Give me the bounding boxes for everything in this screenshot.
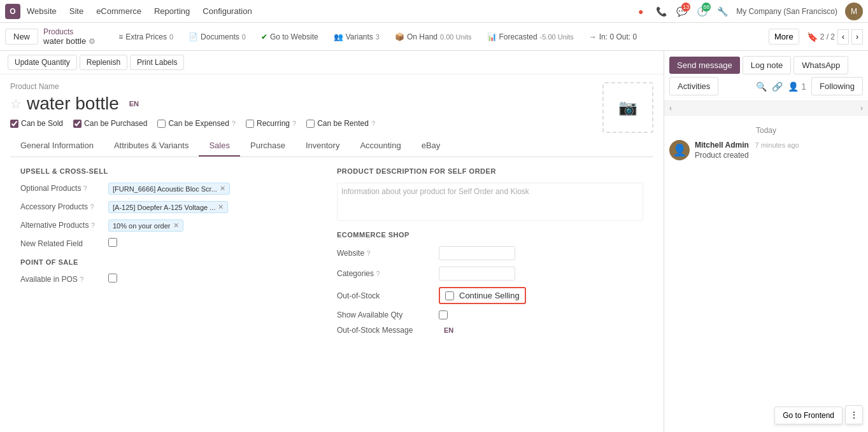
product-title-area: Product Name ☆ water bottle EN Can be So…	[10, 82, 602, 136]
on-hand-icon: 📦	[395, 32, 404, 41]
go-to-website-button[interactable]: ✔ Go to Website	[256, 30, 324, 44]
app-logo[interactable]: O	[5, 4, 20, 19]
website-input[interactable]	[439, 246, 515, 260]
documents-button[interactable]: 📄 Documents 0	[183, 30, 251, 44]
tab-general-information[interactable]: General Information	[10, 136, 104, 157]
in-out-button[interactable]: → In: 0 Out: 0	[584, 30, 642, 44]
alternative-products-value[interactable]: 10% on your order ✕	[108, 219, 327, 232]
variants-button[interactable]: 👥 Variants 3	[329, 30, 385, 44]
website-help-icon[interactable]: ?	[366, 249, 370, 257]
whatsapp-button[interactable]: WhatsApp	[793, 56, 848, 74]
chatter-header: Send message Log note WhatsApp Activitie…	[664, 51, 868, 101]
categories-input[interactable]	[439, 267, 515, 281]
tab-sales[interactable]: Sales	[199, 136, 240, 157]
tab-inventory[interactable]: Inventory	[295, 136, 350, 157]
extra-prices-icon: ≡	[118, 32, 123, 41]
new-related-field-checkbox[interactable]	[108, 238, 117, 247]
expensed-help-icon[interactable]: ?	[232, 120, 236, 127]
forecasted-button[interactable]: 📊 Forecasted -5.00 Units	[482, 30, 579, 44]
can-be-expensed-checkbox[interactable]: Can be Expensed ?	[157, 119, 236, 128]
continue-selling-checkbox[interactable]	[445, 291, 454, 300]
send-message-button[interactable]: Send message	[669, 57, 740, 74]
link-chatter-icon[interactable]: 🔗	[772, 81, 783, 92]
product-checkboxes: Can be Sold Can be Purchased Can be Expe…	[10, 119, 602, 128]
tab-purchase[interactable]: Purchase	[240, 136, 295, 157]
settings-gear-icon[interactable]: ⚙	[89, 37, 96, 46]
nav-reporting[interactable]: Reporting	[153, 4, 191, 18]
bookmark-icon[interactable]: 🔖	[807, 32, 818, 42]
accessory-products-value[interactable]: [A-125] Doepfer A-125 Voltage ... ✕	[108, 201, 327, 213]
recurring-checkbox[interactable]: Recurring ?	[246, 119, 296, 128]
log-note-button[interactable]: Log note	[743, 56, 792, 74]
on-hand-button[interactable]: 📦 On Hand 0.00 Units	[390, 30, 477, 44]
language-badge[interactable]: EN	[129, 100, 139, 108]
can-be-purchased-checkbox[interactable]: Can be Purchased	[73, 119, 147, 128]
new-button[interactable]: New	[5, 29, 38, 45]
more-button[interactable]: More	[769, 29, 799, 45]
available-pos-help-icon[interactable]: ?	[80, 275, 83, 283]
documents-icon: 📄	[189, 32, 198, 41]
replenish-button[interactable]: Replenish	[80, 55, 127, 70]
out-of-stock-message-lang[interactable]: EN	[444, 326, 453, 334]
nav-ecommerce[interactable]: eCommerce	[95, 4, 143, 18]
rented-help-icon[interactable]: ?	[371, 120, 375, 127]
alternative-products-remove-icon[interactable]: ✕	[173, 221, 179, 230]
nav-site[interactable]: Site	[68, 4, 85, 18]
user-chatter-icon[interactable]: 👤 1	[788, 81, 806, 92]
on-hand-count: 0.00 Units	[440, 33, 472, 41]
go-to-frontend-button[interactable]: Go to Frontend	[774, 407, 843, 424]
show-available-qty-checkbox[interactable]	[439, 310, 448, 319]
alternative-products-help-icon[interactable]: ?	[91, 221, 95, 229]
optional-products-tag-0: [FURN_6666] Acoustic Bloc Scr... ✕	[108, 183, 230, 195]
tab-accounting[interactable]: Accounting	[350, 136, 411, 157]
top-navigation: O Website Site eCommerce Reporting Confi…	[0, 0, 868, 23]
activities-button[interactable]: Activities	[669, 77, 718, 95]
more-actions-button[interactable]: ⋮	[845, 405, 863, 424]
product-title: ☆ water bottle EN	[10, 94, 602, 114]
product-name[interactable]: water bottle	[27, 94, 119, 114]
page-indicator: 2 / 2	[820, 32, 835, 41]
wrench-icon[interactable]: 🔧	[716, 5, 729, 18]
recurring-help-icon[interactable]: ?	[292, 120, 296, 127]
forecasted-icon: 📊	[487, 32, 497, 41]
accessory-products-remove-icon[interactable]: ✕	[218, 203, 224, 211]
next-button[interactable]: ›	[851, 29, 863, 45]
print-labels-button[interactable]: Print Labels	[130, 55, 184, 70]
categories-help-icon[interactable]: ?	[376, 270, 380, 277]
nav-website[interactable]: Website	[25, 4, 58, 18]
nav-menu: Website Site eCommerce Reporting Configu…	[25, 4, 253, 18]
activity-badge: 88	[702, 3, 711, 11]
accessory-products-help-icon[interactable]: ?	[90, 203, 94, 211]
can-be-sold-checkbox[interactable]: Can be Sold	[10, 119, 63, 128]
favorite-star-icon[interactable]: ☆	[10, 96, 22, 111]
message-author-0: Mitchell Admin	[695, 141, 749, 150]
optional-products-remove-icon[interactable]: ✕	[220, 185, 225, 193]
phone-icon[interactable]: 📞	[655, 5, 667, 18]
search-chatter-icon[interactable]: 🔍	[756, 81, 767, 92]
user-avatar[interactable]: M	[845, 3, 863, 20]
breadcrumb: Products water bottle ⚙	[43, 27, 96, 46]
breadcrumb-parent[interactable]: Products	[43, 27, 96, 36]
available-pos-checkbox[interactable]	[108, 274, 117, 282]
activity-icon[interactable]: 🕐 88	[695, 5, 708, 18]
categories-label: Categories ?	[337, 269, 439, 278]
tab-attributes-variants[interactable]: Attributes & Variants	[104, 136, 199, 157]
messages-icon[interactable]: 💬 13	[675, 5, 688, 18]
pos-title: POINT OF SALE	[20, 258, 327, 266]
can-be-rented-checkbox[interactable]: Can be Rented ?	[306, 119, 375, 128]
scroll-right-icon[interactable]: ›	[860, 104, 863, 113]
nav-configuration[interactable]: Configuration	[201, 4, 253, 18]
extra-prices-button[interactable]: ≡ Extra Prices 0	[113, 30, 178, 44]
day-label: Today	[669, 126, 863, 135]
self-order-description[interactable]: Information about your product for Self …	[337, 183, 643, 221]
tab-ebay[interactable]: eBay	[411, 136, 451, 157]
in-out-icon: →	[589, 32, 597, 41]
product-image[interactable]: 📷	[602, 82, 653, 133]
update-quantity-button[interactable]: Update Quantity	[8, 55, 77, 70]
documents-label: Documents	[201, 32, 239, 41]
optional-products-value[interactable]: [FURN_6666] Acoustic Bloc Scr... ✕	[108, 183, 327, 195]
optional-products-help-icon[interactable]: ?	[83, 185, 87, 192]
prev-button[interactable]: ‹	[837, 29, 849, 45]
following-button[interactable]: Following	[811, 77, 863, 95]
scroll-left-icon[interactable]: ‹	[669, 104, 672, 113]
